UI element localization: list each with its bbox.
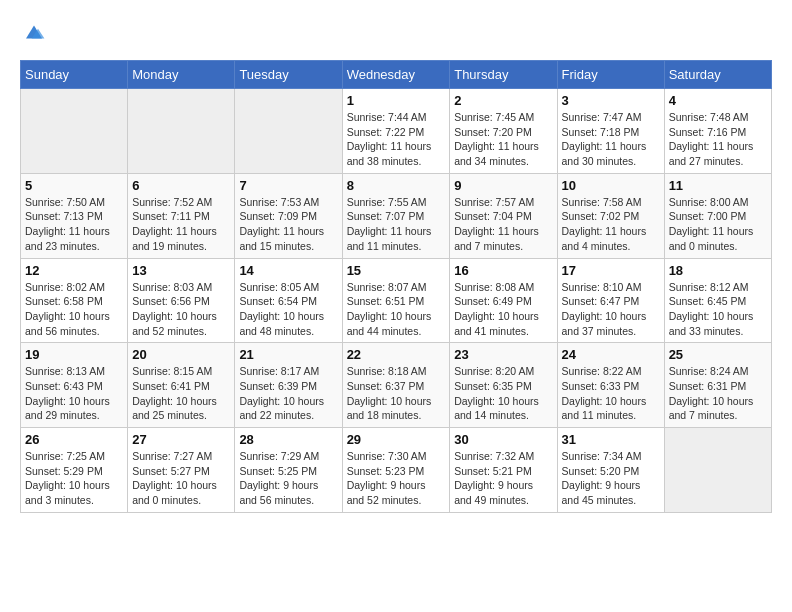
- col-header-thursday: Thursday: [450, 61, 557, 89]
- day-number: 13: [132, 263, 230, 278]
- day-number: 26: [25, 432, 123, 447]
- col-header-tuesday: Tuesday: [235, 61, 342, 89]
- day-info: Sunrise: 8:05 AM Sunset: 6:54 PM Dayligh…: [239, 280, 337, 339]
- calendar-week-row: 12Sunrise: 8:02 AM Sunset: 6:58 PM Dayli…: [21, 258, 772, 343]
- day-number: 4: [669, 93, 767, 108]
- col-header-friday: Friday: [557, 61, 664, 89]
- calendar-cell: 7Sunrise: 7:53 AM Sunset: 7:09 PM Daylig…: [235, 173, 342, 258]
- calendar-cell: 30Sunrise: 7:32 AM Sunset: 5:21 PM Dayli…: [450, 428, 557, 513]
- day-number: 29: [347, 432, 446, 447]
- day-number: 22: [347, 347, 446, 362]
- calendar-cell: 4Sunrise: 7:48 AM Sunset: 7:16 PM Daylig…: [664, 89, 771, 174]
- calendar-week-row: 1Sunrise: 7:44 AM Sunset: 7:22 PM Daylig…: [21, 89, 772, 174]
- calendar-header-row: SundayMondayTuesdayWednesdayThursdayFrid…: [21, 61, 772, 89]
- day-number: 15: [347, 263, 446, 278]
- calendar-cell: 5Sunrise: 7:50 AM Sunset: 7:13 PM Daylig…: [21, 173, 128, 258]
- day-number: 25: [669, 347, 767, 362]
- calendar-cell: 26Sunrise: 7:25 AM Sunset: 5:29 PM Dayli…: [21, 428, 128, 513]
- day-info: Sunrise: 7:30 AM Sunset: 5:23 PM Dayligh…: [347, 449, 446, 508]
- day-info: Sunrise: 7:45 AM Sunset: 7:20 PM Dayligh…: [454, 110, 552, 169]
- day-info: Sunrise: 7:52 AM Sunset: 7:11 PM Dayligh…: [132, 195, 230, 254]
- day-number: 24: [562, 347, 660, 362]
- day-info: Sunrise: 7:47 AM Sunset: 7:18 PM Dayligh…: [562, 110, 660, 169]
- day-number: 16: [454, 263, 552, 278]
- day-number: 30: [454, 432, 552, 447]
- calendar-cell: 12Sunrise: 8:02 AM Sunset: 6:58 PM Dayli…: [21, 258, 128, 343]
- calendar-cell: 18Sunrise: 8:12 AM Sunset: 6:45 PM Dayli…: [664, 258, 771, 343]
- calendar-cell: 22Sunrise: 8:18 AM Sunset: 6:37 PM Dayli…: [342, 343, 450, 428]
- calendar-table: SundayMondayTuesdayWednesdayThursdayFrid…: [20, 60, 772, 513]
- calendar-cell: 10Sunrise: 7:58 AM Sunset: 7:02 PM Dayli…: [557, 173, 664, 258]
- calendar-cell: 31Sunrise: 7:34 AM Sunset: 5:20 PM Dayli…: [557, 428, 664, 513]
- calendar-cell: 13Sunrise: 8:03 AM Sunset: 6:56 PM Dayli…: [128, 258, 235, 343]
- day-info: Sunrise: 7:44 AM Sunset: 7:22 PM Dayligh…: [347, 110, 446, 169]
- day-info: Sunrise: 8:08 AM Sunset: 6:49 PM Dayligh…: [454, 280, 552, 339]
- day-info: Sunrise: 8:02 AM Sunset: 6:58 PM Dayligh…: [25, 280, 123, 339]
- calendar-cell: 3Sunrise: 7:47 AM Sunset: 7:18 PM Daylig…: [557, 89, 664, 174]
- calendar-cell: [664, 428, 771, 513]
- logo: [20, 20, 46, 44]
- day-number: 11: [669, 178, 767, 193]
- day-info: Sunrise: 7:55 AM Sunset: 7:07 PM Dayligh…: [347, 195, 446, 254]
- day-info: Sunrise: 8:10 AM Sunset: 6:47 PM Dayligh…: [562, 280, 660, 339]
- day-info: Sunrise: 7:48 AM Sunset: 7:16 PM Dayligh…: [669, 110, 767, 169]
- col-header-monday: Monday: [128, 61, 235, 89]
- calendar-cell: 16Sunrise: 8:08 AM Sunset: 6:49 PM Dayli…: [450, 258, 557, 343]
- day-info: Sunrise: 8:12 AM Sunset: 6:45 PM Dayligh…: [669, 280, 767, 339]
- day-info: Sunrise: 7:57 AM Sunset: 7:04 PM Dayligh…: [454, 195, 552, 254]
- calendar-cell: 1Sunrise: 7:44 AM Sunset: 7:22 PM Daylig…: [342, 89, 450, 174]
- day-number: 18: [669, 263, 767, 278]
- calendar-cell: 21Sunrise: 8:17 AM Sunset: 6:39 PM Dayli…: [235, 343, 342, 428]
- day-info: Sunrise: 7:27 AM Sunset: 5:27 PM Dayligh…: [132, 449, 230, 508]
- day-info: Sunrise: 7:53 AM Sunset: 7:09 PM Dayligh…: [239, 195, 337, 254]
- day-number: 20: [132, 347, 230, 362]
- day-number: 14: [239, 263, 337, 278]
- calendar-week-row: 26Sunrise: 7:25 AM Sunset: 5:29 PM Dayli…: [21, 428, 772, 513]
- calendar-cell: 23Sunrise: 8:20 AM Sunset: 6:35 PM Dayli…: [450, 343, 557, 428]
- calendar-cell: 17Sunrise: 8:10 AM Sunset: 6:47 PM Dayli…: [557, 258, 664, 343]
- day-info: Sunrise: 7:58 AM Sunset: 7:02 PM Dayligh…: [562, 195, 660, 254]
- day-number: 21: [239, 347, 337, 362]
- day-info: Sunrise: 8:18 AM Sunset: 6:37 PM Dayligh…: [347, 364, 446, 423]
- day-info: Sunrise: 7:50 AM Sunset: 7:13 PM Dayligh…: [25, 195, 123, 254]
- day-info: Sunrise: 8:07 AM Sunset: 6:51 PM Dayligh…: [347, 280, 446, 339]
- day-number: 28: [239, 432, 337, 447]
- day-info: Sunrise: 8:00 AM Sunset: 7:00 PM Dayligh…: [669, 195, 767, 254]
- day-number: 27: [132, 432, 230, 447]
- calendar-cell: 9Sunrise: 7:57 AM Sunset: 7:04 PM Daylig…: [450, 173, 557, 258]
- calendar-week-row: 19Sunrise: 8:13 AM Sunset: 6:43 PM Dayli…: [21, 343, 772, 428]
- day-info: Sunrise: 8:22 AM Sunset: 6:33 PM Dayligh…: [562, 364, 660, 423]
- calendar-cell: 11Sunrise: 8:00 AM Sunset: 7:00 PM Dayli…: [664, 173, 771, 258]
- day-number: 2: [454, 93, 552, 108]
- calendar-cell: 27Sunrise: 7:27 AM Sunset: 5:27 PM Dayli…: [128, 428, 235, 513]
- day-number: 10: [562, 178, 660, 193]
- day-number: 19: [25, 347, 123, 362]
- day-info: Sunrise: 8:24 AM Sunset: 6:31 PM Dayligh…: [669, 364, 767, 423]
- day-number: 12: [25, 263, 123, 278]
- day-number: 1: [347, 93, 446, 108]
- day-info: Sunrise: 8:03 AM Sunset: 6:56 PM Dayligh…: [132, 280, 230, 339]
- calendar-cell: 8Sunrise: 7:55 AM Sunset: 7:07 PM Daylig…: [342, 173, 450, 258]
- day-number: 17: [562, 263, 660, 278]
- calendar-cell: 19Sunrise: 8:13 AM Sunset: 6:43 PM Dayli…: [21, 343, 128, 428]
- calendar-cell: 25Sunrise: 8:24 AM Sunset: 6:31 PM Dayli…: [664, 343, 771, 428]
- calendar-week-row: 5Sunrise: 7:50 AM Sunset: 7:13 PM Daylig…: [21, 173, 772, 258]
- day-info: Sunrise: 7:34 AM Sunset: 5:20 PM Dayligh…: [562, 449, 660, 508]
- calendar-cell: [235, 89, 342, 174]
- day-number: 3: [562, 93, 660, 108]
- calendar-cell: 6Sunrise: 7:52 AM Sunset: 7:11 PM Daylig…: [128, 173, 235, 258]
- day-info: Sunrise: 7:29 AM Sunset: 5:25 PM Dayligh…: [239, 449, 337, 508]
- day-number: 9: [454, 178, 552, 193]
- day-number: 5: [25, 178, 123, 193]
- logo-icon: [22, 20, 46, 44]
- day-number: 8: [347, 178, 446, 193]
- day-number: 31: [562, 432, 660, 447]
- day-info: Sunrise: 7:25 AM Sunset: 5:29 PM Dayligh…: [25, 449, 123, 508]
- col-header-wednesday: Wednesday: [342, 61, 450, 89]
- calendar-cell: 20Sunrise: 8:15 AM Sunset: 6:41 PM Dayli…: [128, 343, 235, 428]
- calendar-cell: 28Sunrise: 7:29 AM Sunset: 5:25 PM Dayli…: [235, 428, 342, 513]
- day-info: Sunrise: 8:15 AM Sunset: 6:41 PM Dayligh…: [132, 364, 230, 423]
- calendar-cell: 2Sunrise: 7:45 AM Sunset: 7:20 PM Daylig…: [450, 89, 557, 174]
- day-info: Sunrise: 7:32 AM Sunset: 5:21 PM Dayligh…: [454, 449, 552, 508]
- calendar-cell: 24Sunrise: 8:22 AM Sunset: 6:33 PM Dayli…: [557, 343, 664, 428]
